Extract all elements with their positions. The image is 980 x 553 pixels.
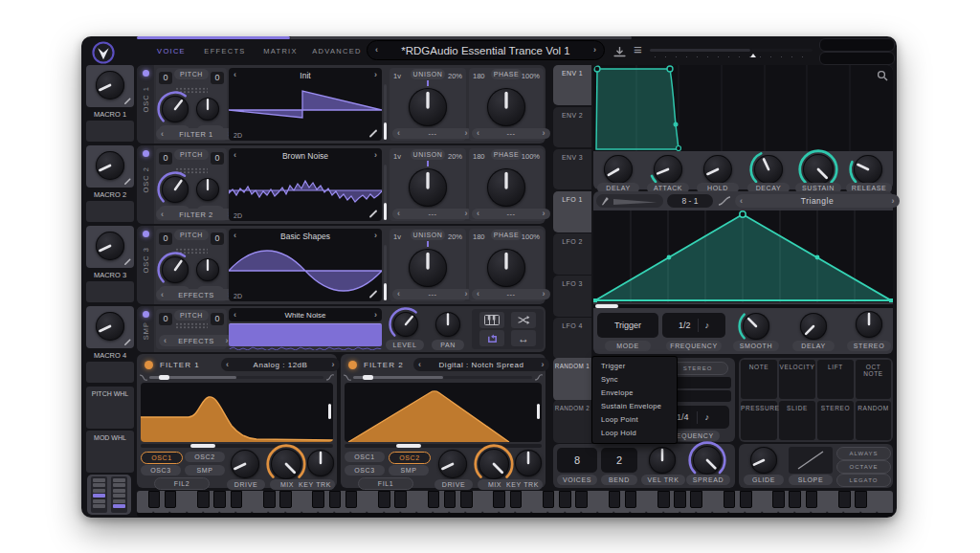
piano-key-black[interactable] (394, 491, 407, 508)
menu-item-sync[interactable]: Sync (592, 373, 677, 387)
piano-key-black[interactable] (312, 491, 324, 508)
piano-key-black[interactable] (543, 491, 555, 508)
note-icon[interactable]: ♪ (705, 412, 710, 422)
unison-detune-value[interactable]: 20% (448, 232, 462, 241)
phase-rand-value[interactable]: 100% (522, 72, 540, 80)
env-attack-knob[interactable] (654, 155, 682, 184)
chevron-right-icon[interactable]: › (465, 129, 469, 138)
piano-key-black[interactable] (657, 491, 670, 508)
pitch-fine-value[interactable]: 0 (211, 152, 224, 165)
unison-voices-value[interactable]: 1v (393, 152, 401, 161)
env-decay-knob[interactable] (754, 155, 783, 184)
osc-2-phase-knob[interactable] (487, 168, 525, 207)
piano-key-black[interactable] (460, 491, 473, 508)
macro-4-knob[interactable] (96, 312, 124, 341)
osc-3-phase-mode[interactable]: ‹ --- › (472, 289, 550, 299)
sampler-pan-knob[interactable] (435, 312, 460, 337)
preset-next-icon[interactable]: › (593, 46, 596, 55)
sampler-routing-selector[interactable]: ‹ EFFECTS › (159, 335, 234, 346)
piano-key-black[interactable] (772, 491, 785, 508)
chevron-right-icon[interactable]: › (374, 311, 377, 320)
osc-2-routing-selector[interactable]: ‹ FILTER 2 › (156, 209, 236, 220)
chevron-right-icon[interactable]: › (374, 151, 377, 160)
menu-item-trigger[interactable]: Trigger (592, 360, 677, 373)
mod-source-note[interactable]: NOTE (741, 360, 777, 399)
wavetable-frame-track[interactable] (384, 165, 387, 220)
sample-display[interactable]: ‹ White Noise › (229, 308, 382, 350)
filter-2-enable[interactable] (348, 361, 357, 369)
chevron-right-icon[interactable]: › (332, 361, 336, 369)
piano-key-black[interactable] (838, 491, 851, 508)
filter-1-input-smp[interactable]: SMP (185, 465, 225, 476)
filter-2-input-osc2[interactable]: OSC2 (389, 452, 431, 464)
pencil-icon[interactable] (123, 257, 132, 266)
env-sustain-knob[interactable] (803, 154, 834, 185)
chevron-left-icon[interactable]: ‹ (234, 71, 236, 79)
osc-2-enable[interactable] (143, 150, 149, 157)
mod-source-random[interactable]: RANDOM (856, 401, 891, 440)
glide-knob[interactable] (750, 447, 777, 474)
osc-1-enable[interactable] (143, 70, 149, 77)
env-hold-knob[interactable] (703, 155, 732, 184)
macro-2-knob[interactable] (96, 151, 124, 180)
pencil-icon[interactable] (123, 177, 132, 186)
filter-2-keytrk-knob[interactable] (515, 450, 542, 476)
phase-value[interactable]: 180 (473, 152, 485, 161)
filter-2-gain-slider[interactable] (537, 404, 540, 419)
filter-1-model-selector[interactable]: ‹ Analog : 12dB › (221, 358, 340, 371)
tab-lfo-1[interactable]: LFO 1 (553, 191, 591, 232)
tab-effects[interactable]: EFFECTS (198, 47, 252, 55)
filter-1-keytrk-knob[interactable] (307, 450, 334, 476)
osc-3-unison-knob[interactable] (409, 249, 447, 287)
env-release-knob[interactable] (854, 155, 882, 184)
phase-value[interactable]: 180 (473, 72, 485, 80)
wavetable-frame-track[interactable] (384, 245, 387, 300)
tab-env-2[interactable]: ENV 2 (553, 107, 591, 147)
chevron-right-icon[interactable]: › (465, 210, 469, 218)
mod-source-slide[interactable]: SLIDE (779, 401, 815, 440)
mod-source-pressure[interactable]: PRESSURE (741, 401, 777, 440)
legato-toggle[interactable]: LEGATO (836, 474, 891, 487)
unison-voices-value[interactable]: 1v (393, 232, 401, 241)
filter-1-input-osc3[interactable]: OSC3 (141, 465, 181, 476)
lfo-delay-knob[interactable] (800, 313, 827, 340)
sampler-enable[interactable] (143, 311, 149, 318)
lfo-paint-tool[interactable] (596, 194, 663, 208)
piano-key-black[interactable] (378, 491, 390, 508)
piano-key-black[interactable] (559, 491, 571, 508)
lfo-smooth-knob[interactable] (743, 313, 769, 340)
piano-key-black[interactable] (444, 491, 457, 508)
filter-2-response-display[interactable] (345, 383, 542, 442)
osc-1-routing-selector[interactable]: ‹ FILTER 1 › (156, 128, 236, 140)
smooth-curve-icon[interactable] (718, 195, 731, 207)
lfo-display[interactable] (593, 210, 893, 302)
tab-random-2[interactable]: RANDOM 2 (553, 400, 591, 443)
octave-scale-toggle[interactable]: OCTAVE SCALE (836, 460, 891, 474)
chevron-left-icon[interactable]: ‹ (234, 311, 236, 320)
pitch-coarse-value[interactable]: 0 (159, 232, 172, 245)
menu-item-envelope[interactable]: Envelope (592, 387, 677, 400)
random-frequency-value[interactable]: 1/4 (677, 412, 689, 422)
pitch-wheel[interactable] (91, 476, 107, 513)
filter-1-drive-knob[interactable] (231, 450, 259, 478)
lfo-grid-selector[interactable]: 8 - 1 (667, 194, 713, 208)
tab-matrix[interactable]: MATRIX (256, 47, 305, 55)
osc-3-pan-knob[interactable] (196, 258, 219, 281)
envelope-display[interactable] (593, 65, 893, 151)
tab-lfo-4[interactable]: LFO 4 (553, 318, 591, 359)
piano-key-black[interactable] (806, 491, 818, 508)
chevron-right-icon[interactable]: › (465, 290, 469, 299)
piano-key-black[interactable] (690, 491, 702, 508)
preset-browser[interactable]: ‹ *RDGAudio Essential Trance Vol 1 › (367, 40, 605, 60)
chevron-right-icon[interactable]: › (374, 71, 377, 79)
pencil-icon[interactable] (368, 209, 378, 218)
loop-icon[interactable] (479, 330, 504, 346)
tab-random-1[interactable]: RANDOM 1 (553, 358, 591, 401)
unison-detune-value[interactable]: 20% (448, 152, 462, 161)
chevron-right-icon[interactable]: › (374, 232, 377, 240)
macro-1-knob[interactable] (96, 71, 124, 100)
always-glide-toggle[interactable]: ALWAYS GLIDE (836, 447, 891, 460)
piano-key-black[interactable] (609, 491, 621, 508)
osc-1-unison-knob[interactable] (409, 88, 447, 126)
chevron-left-icon[interactable]: ‹ (234, 232, 236, 240)
